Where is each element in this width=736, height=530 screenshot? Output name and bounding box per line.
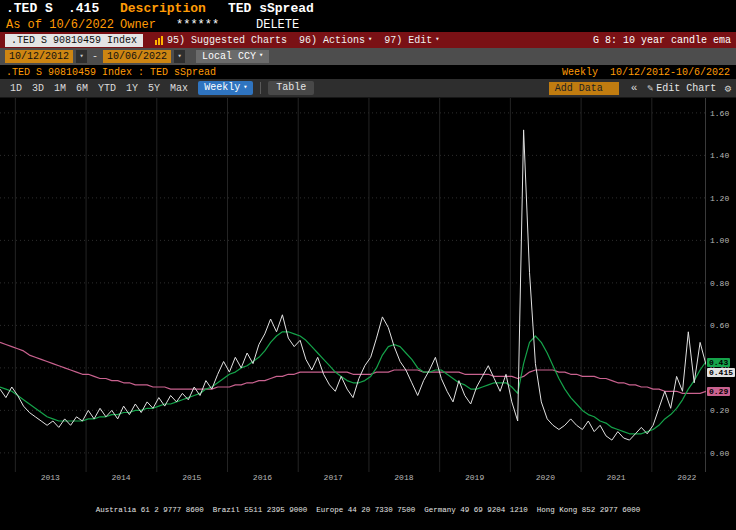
owner-label: Owner <box>120 18 176 32</box>
chart-slot-label: G 8: 10 year candle ema <box>593 35 731 46</box>
function-menu-bar: .TED S 90810459 Index 95) Suggested Char… <box>0 32 736 48</box>
y-axis-label: 0.20 <box>710 406 729 415</box>
y-axis-label: 0.00 <box>710 449 729 458</box>
delete-action[interactable]: DELETE <box>256 18 299 32</box>
actions-label: 96) Actions <box>299 35 365 46</box>
x-axis-label: 2013 <box>41 473 60 482</box>
last-value-tag: 0.415 <box>707 368 735 377</box>
series-last-price <box>0 130 706 440</box>
x-axis-label: 2017 <box>324 473 343 482</box>
period-button-1m[interactable]: 1M <box>49 83 71 94</box>
y-axis-label: 0.60 <box>710 321 729 330</box>
period-button-3d[interactable]: 3D <box>27 83 49 94</box>
table-button[interactable]: Table <box>268 81 314 95</box>
quote-header: .TED S .415 Description TED sSpread <box>0 0 736 17</box>
y-axis-label: 1.00 <box>710 236 729 245</box>
chart-range-label: Weekly 10/12/2012-10/6/2022 <box>562 67 730 78</box>
chart-security-title: .TED S 90810459 Index : TED sSpread <box>6 67 562 78</box>
date-separator: - <box>92 51 98 62</box>
suggested-charts-menu[interactable]: 95) Suggested Charts <box>155 35 287 46</box>
x-axis-label: 2022 <box>677 473 696 482</box>
gear-icon[interactable]: ⚙ <box>724 82 731 95</box>
end-date-input[interactable]: 10/06/2022 <box>103 50 171 63</box>
chevron-down-icon: ▾ <box>435 35 439 43</box>
suggested-charts-label: 95) Suggested Charts <box>167 35 287 46</box>
last-value-tag: 0.29 <box>707 387 730 396</box>
toolbar-divider <box>260 82 261 94</box>
x-axis-label: 2021 <box>606 473 625 482</box>
y-axis-label: 0.80 <box>710 279 729 288</box>
collapse-panel-button[interactable]: « <box>631 82 638 94</box>
terminal-footer: Australia 61 2 9777 8600 Brazil 5511 239… <box>0 484 736 530</box>
currency-label: Local CCY <box>202 50 256 63</box>
pencil-icon: ✎ <box>647 82 653 94</box>
series-short-ema <box>0 332 706 434</box>
footer-contacts-1: Australia 61 2 9777 8600 Brazil 5511 239… <box>0 506 736 515</box>
edit-menu[interactable]: 97) Edit ▾ <box>384 35 439 46</box>
ticker-symbol: .TED S <box>6 1 68 16</box>
period-button-6m[interactable]: 6M <box>71 83 93 94</box>
y-axis-label: 1.40 <box>710 151 729 160</box>
last-value-tag: 0.43 <box>707 358 730 367</box>
chevron-down-icon: ▾ <box>368 35 372 43</box>
description-label: Description <box>120 1 228 16</box>
end-date-calendar-icon[interactable]: ▾ <box>174 50 185 63</box>
add-data-input[interactable]: Add Data <box>549 82 619 95</box>
period-button-5y[interactable]: 5Y <box>143 83 165 94</box>
x-axis-label: 2020 <box>536 473 555 482</box>
y-axis-label: 1.20 <box>710 194 729 203</box>
chart-title-row: .TED S 90810459 Index : TED sSpread Week… <box>0 65 736 79</box>
last-price: .415 <box>68 1 120 16</box>
bloomberg-terminal-window: .TED S .415 Description TED sSpread As o… <box>0 0 736 530</box>
y-axis: 0.000.200.400.600.801.001.201.401.600.43… <box>706 98 736 472</box>
security-field[interactable]: .TED S 90810459 Index <box>5 34 143 47</box>
edit-chart-label: Edit Chart <box>656 83 716 94</box>
as-of-row: As of 10/6/2022 Owner ****** DELETE <box>0 17 736 32</box>
x-axis-label: 2019 <box>465 473 484 482</box>
period-button-ytd[interactable]: YTD <box>93 83 121 94</box>
owner-value: ****** <box>176 18 256 32</box>
start-date-calendar-icon[interactable]: ▾ <box>76 50 87 63</box>
as-of-date: As of 10/6/2022 <box>6 18 120 32</box>
period-button-1y[interactable]: 1Y <box>121 83 143 94</box>
edit-label: 97) Edit <box>384 35 432 46</box>
chart-toolbar: 1D3D1M6MYTD1Y5YMax Weekly ▾ Table Add Da… <box>0 79 736 98</box>
range-toolbar: 10/12/2012 ▾ - 10/06/2022 ▾ Local CCY ▾ <box>0 48 736 65</box>
x-axis-label: 2018 <box>394 473 413 482</box>
currency-select[interactable]: Local CCY ▾ <box>196 50 269 63</box>
x-axis-label: 2016 <box>253 473 272 482</box>
chevron-down-icon: ▾ <box>243 80 247 94</box>
edit-chart-button[interactable]: ✎ Edit Chart <box>647 82 716 94</box>
actions-menu[interactable]: 96) Actions ▾ <box>299 35 372 46</box>
period-button-max[interactable]: Max <box>165 83 193 94</box>
chart-icon <box>155 36 164 45</box>
frequency-select[interactable]: Weekly ▾ <box>198 81 253 95</box>
y-axis-label: 1.60 <box>710 109 729 118</box>
x-axis: 2013201420152016201720182019202020212022 <box>0 472 736 484</box>
chart-canvas[interactable] <box>0 98 706 472</box>
frequency-label: Weekly <box>204 81 240 95</box>
period-button-1d[interactable]: 1D <box>5 83 27 94</box>
period-buttons: 1D3D1M6MYTD1Y5YMax <box>5 83 193 94</box>
x-axis-label: 2014 <box>111 473 130 482</box>
chevron-down-icon: ▾ <box>259 49 263 62</box>
start-date-input[interactable]: 10/12/2012 <box>5 50 73 63</box>
description-value: TED sSpread <box>228 1 314 16</box>
x-axis-label: 2015 <box>182 473 201 482</box>
chart-area: 0.000.200.400.600.801.001.201.401.600.43… <box>0 98 736 472</box>
